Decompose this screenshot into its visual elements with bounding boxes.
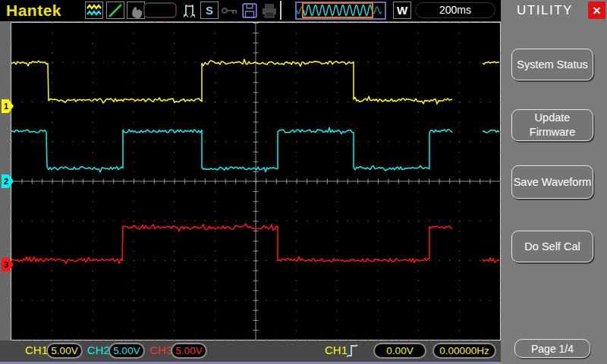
- system-status-button[interactable]: System Status: [511, 49, 593, 80]
- utility-menu-panel: UTILITY ✕ System Status Update Firmware …: [501, 0, 607, 364]
- ch2-label: CH2: [87, 344, 110, 356]
- rising-edge-icon: [347, 342, 359, 359]
- do-self-cal-button[interactable]: Do Self Cal: [511, 231, 593, 262]
- ch3-scale-readout: 5.00V: [171, 343, 207, 359]
- timebase-readout: 200ms: [415, 2, 495, 18]
- hantek-logo: Hantek: [6, 2, 61, 20]
- measure-line-icon[interactable]: [106, 2, 124, 19]
- system-status-label: System Status: [517, 58, 587, 72]
- page-indicator-button[interactable]: Page 1/4: [514, 339, 590, 358]
- waveform-display: [11, 22, 501, 340]
- update-firmware-button[interactable]: Update Firmware: [511, 109, 593, 141]
- close-icon[interactable]: ✕: [588, 2, 605, 19]
- window-mode-label: W: [397, 4, 407, 17]
- trigger-level-readout: 0.00V: [373, 343, 426, 359]
- top-status-bar: Hantek S: [0, 0, 501, 21]
- menu-title: UTILITY: [510, 3, 580, 18]
- hand-grab-glyph: [127, 2, 144, 19]
- pulse-trigger-icon[interactable]: [182, 2, 199, 19]
- ch1-scale-readout: 5.00V: [46, 343, 83, 359]
- bottom-status-bar: CH1 5.00V CH2 5.00V CH3 5.00V CH1 0.00V …: [0, 340, 501, 364]
- topbar-divider: [280, 1, 281, 20]
- printer-icon[interactable]: [261, 2, 278, 19]
- oscilloscope-screen: Hantek S: [0, 0, 607, 364]
- single-seq-icon[interactable]: S: [200, 2, 219, 19]
- ch1-label: CH1: [25, 344, 48, 356]
- empty-slot: [143, 2, 177, 18]
- do-self-cal-label: Do Self Cal: [524, 240, 580, 254]
- save-floppy-icon[interactable]: [241, 2, 258, 19]
- measure-line-glyph: [107, 2, 124, 19]
- trigger-frequency-readout: 0.00000Hz: [432, 343, 496, 359]
- zoom-window-preview[interactable]: [295, 2, 386, 20]
- preview-window-box[interactable]: [302, 2, 373, 18]
- save-waveform-label: Save Waveform: [514, 175, 592, 190]
- update-firmware-label: Update Firmware: [512, 111, 593, 140]
- channels-waveform-glyph: [86, 2, 102, 19]
- hand-grab-icon[interactable]: [127, 2, 145, 19]
- window-mode-icon[interactable]: W: [393, 2, 411, 19]
- save-waveform-button[interactable]: Save Waveform: [511, 165, 593, 199]
- single-seq-label: S: [206, 4, 213, 17]
- ch2-scale-readout: 5.00V: [109, 343, 145, 359]
- key-lock-icon[interactable]: [222, 6, 238, 16]
- channels-waveform-icon[interactable]: [85, 2, 103, 19]
- trigger-source-label: CH1: [325, 344, 348, 356]
- ch3-label: CH3: [149, 344, 172, 356]
